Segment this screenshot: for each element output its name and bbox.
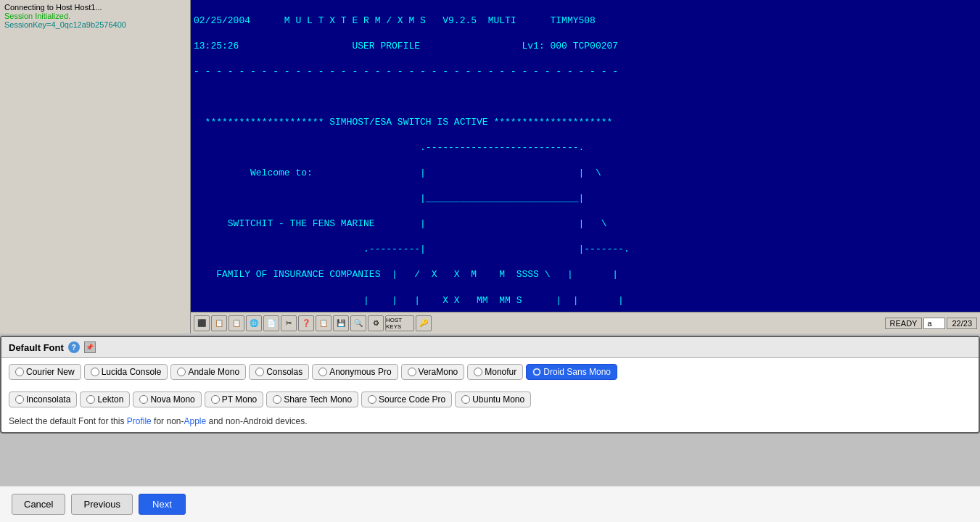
font-label-courier-new: Courier New (26, 367, 75, 377)
font-label-consolas: Consolas (266, 367, 302, 377)
bottom-buttons-bar: Cancel Previous Next (0, 486, 980, 522)
sidebar: Connecting to Host Host1... Session Init… (0, 0, 191, 334)
next-button[interactable]: Next (139, 494, 186, 515)
font-radio-courier-new[interactable] (15, 368, 24, 376)
font-label-nova-mono: Nova Mono (150, 394, 194, 405)
terminal-line6: .---------------------------. (194, 141, 977, 154)
toolbar-btn-7[interactable]: ❓ (298, 315, 314, 331)
font-label-veramono: VeraMono (419, 367, 458, 377)
font-panel-description: Select the default Font for this Profile… (1, 413, 979, 432)
font-panel-title: Default Font (9, 342, 64, 353)
font-radio-source-code-pro[interactable] (368, 395, 376, 404)
sidebar-line1: Connecting to Host Host1... (4, 3, 186, 12)
font-label-pt-mono: PT Mono (222, 394, 257, 405)
toolbar-btn-hostkeys[interactable]: HOST KEYS (385, 315, 414, 331)
terminal-line12: | | | X X MM MM S | | | (194, 294, 977, 307)
font-option-lekton[interactable]: Lekton (80, 392, 130, 407)
sidebar-line2: Session Initialized. (4, 12, 186, 20)
font-option-lucida-console[interactable]: Lucida Console (84, 364, 168, 380)
font-option-ubuntu-mono[interactable]: Ubuntu Mono (455, 392, 531, 407)
status-ready-label: READY (885, 318, 923, 329)
toolbar-btn-11[interactable]: ⚙ (368, 315, 384, 331)
terminal-line7: Welcome to: | | \ (194, 167, 977, 180)
font-options-row2: InconsolataLektonNova MonoPT MonoShare T… (1, 386, 979, 413)
font-radio-pt-mono[interactable] (211, 395, 220, 404)
font-radio-nova-mono[interactable] (139, 395, 148, 404)
terminal-line9: SWITCHIT - THE FENS MARINE | | \ (194, 218, 977, 231)
font-option-share-tech-mono[interactable]: Share Tech Mono (266, 392, 358, 407)
font-label-share-tech-mono: Share Tech Mono (284, 394, 352, 405)
sidebar-line3: SessionKey=4_0qc12a9b2576400 (4, 20, 186, 29)
previous-button[interactable]: Previous (71, 494, 133, 515)
font-options-row1: Courier NewLucida ConsoleAndale MonoCons… (1, 358, 979, 386)
font-option-courier-new[interactable]: Courier New (9, 364, 81, 380)
font-option-nova-mono[interactable]: Nova Mono (133, 392, 201, 407)
font-label-andale-mono: Andale Mono (188, 367, 239, 377)
toolbar-btn-12[interactable]: 🔑 (416, 315, 432, 331)
toolbar-btn-10[interactable]: 🔍 (350, 315, 366, 331)
font-radio-ubuntu-mono[interactable] (461, 395, 470, 404)
terminal-line11: FAMILY OF INSURANCE COMPANIES | / X X M … (194, 268, 977, 281)
font-radio-share-tech-mono[interactable] (273, 395, 281, 404)
font-radio-droid-sans-mono[interactable] (532, 368, 541, 376)
toolbar-btn-2[interactable]: 📋 (211, 315, 227, 331)
font-option-source-code-pro[interactable]: Source Code Pro (361, 392, 452, 407)
toolbar-btn-8[interactable]: 📋 (316, 315, 332, 331)
font-label-droid-sans-mono: Droid Sans Mono (543, 367, 611, 377)
font-label-ubuntu-mono: Ubuntu Mono (472, 394, 524, 405)
font-radio-inconsolata[interactable] (15, 395, 24, 404)
profile-link[interactable]: Profile (127, 416, 152, 426)
terminal-line2: 13:25:26 USER PROFILE Lv1: 000 TCP00207 (194, 40, 977, 53)
toolbar-btn-1[interactable]: ⬛ (194, 315, 210, 331)
status-position: 22/23 (947, 318, 977, 329)
font-radio-monofur[interactable] (474, 368, 482, 376)
font-panel-header: Default Font ? 📌 (1, 337, 979, 358)
font-option-andale-mono[interactable]: Andale Mono (170, 364, 246, 380)
font-option-anonymous-pro[interactable]: Anonymous Pro (312, 364, 398, 380)
terminal-line3: - - - - - - - - - - - - - - - - - - - - … (194, 65, 977, 78)
font-panel: Default Font ? 📌 Courier NewLucida Conso… (0, 336, 980, 434)
font-radio-andale-mono[interactable] (177, 368, 186, 376)
terminal-toolbar: ⬛ 📋 📋 🌐 📄 ✂ ❓ 📋 💾 🔍 ⚙ HOST KEYS 🔑 READY … (191, 312, 980, 334)
font-label-source-code-pro: Source Code Pro (379, 394, 445, 405)
help-icon[interactable]: ? (68, 341, 80, 353)
terminal-line1: 02/25/2004 M U L T X T E R M / X M S V9.… (194, 14, 977, 28)
font-radio-consolas[interactable] (255, 368, 264, 376)
terminal-line8: |___________________________| (194, 192, 977, 205)
font-label-lekton: Lekton (97, 394, 123, 405)
toolbar-btn-6[interactable]: ✂ (281, 315, 297, 331)
terminal-screen: 02/25/2004 M U L T X T E R M / X M S V9.… (191, 0, 980, 334)
toolbar-btn-5[interactable]: 📄 (263, 315, 279, 331)
font-label-anonymous-pro: Anonymous Pro (329, 367, 391, 377)
font-label-lucida-console: Lucida Console (102, 367, 162, 377)
toolbar-btn-3[interactable]: 📋 (228, 315, 244, 331)
terminal-content: 02/25/2004 M U L T X T E R M / X M S V9.… (191, 0, 980, 334)
terminal-line10: .---------| |-------. (194, 243, 977, 256)
apple-link[interactable]: Apple (184, 416, 206, 426)
terminal-status: READY a 22/23 (885, 318, 977, 329)
pin-icon[interactable]: 📌 (84, 341, 96, 353)
font-option-veramono[interactable]: VeraMono (401, 364, 465, 380)
font-option-inconsolata[interactable]: Inconsolata (9, 392, 77, 407)
terminal-line4 (194, 91, 977, 104)
font-radio-anonymous-pro[interactable] (318, 368, 327, 376)
font-radio-lekton[interactable] (86, 395, 95, 404)
font-radio-veramono[interactable] (408, 368, 416, 376)
font-radio-lucida-console[interactable] (91, 368, 99, 376)
font-option-pt-mono[interactable]: PT Mono (205, 392, 263, 407)
font-label-inconsolata: Inconsolata (26, 394, 70, 405)
cancel-button[interactable]: Cancel (12, 494, 65, 515)
font-option-monofur[interactable]: Monofur (467, 364, 523, 380)
font-label-monofur: Monofur (485, 367, 516, 377)
toolbar-btn-9[interactable]: 💾 (333, 315, 349, 331)
terminal-line5: ********************* SIMHOST/ESA SWITCH… (194, 116, 977, 129)
status-input[interactable]: a (923, 318, 945, 329)
font-option-consolas[interactable]: Consolas (249, 364, 309, 380)
font-option-droid-sans-mono[interactable]: Droid Sans Mono (526, 364, 617, 380)
toolbar-btn-4[interactable]: 🌐 (246, 315, 262, 331)
